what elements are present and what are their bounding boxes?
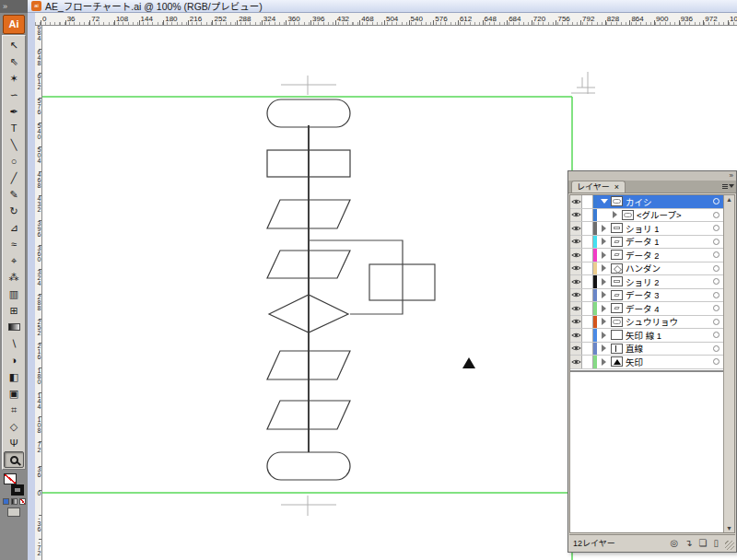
horizontal-ruler[interactable]: 0367210814418021625228832436039643246850… bbox=[35, 13, 737, 26]
flowchart-end-terminator[interactable] bbox=[267, 452, 350, 480]
dock-collapse-button[interactable]: » bbox=[0, 0, 28, 13]
lock-toggle[interactable] bbox=[582, 222, 593, 235]
layer-row[interactable]: <グループ> bbox=[570, 209, 723, 223]
lock-toggle[interactable] bbox=[582, 316, 593, 329]
scroll-up-icon[interactable]: ▲ bbox=[726, 196, 732, 203]
flowchart-loop-line[interactable] bbox=[309, 240, 403, 314]
direct-selection-tool[interactable]: ⇖ bbox=[4, 53, 24, 70]
pen-tool[interactable]: ✒ bbox=[4, 103, 24, 120]
layer-row[interactable]: ショリ 1 bbox=[570, 222, 723, 236]
target-circle[interactable] bbox=[713, 345, 719, 352]
lock-toggle[interactable] bbox=[582, 343, 593, 356]
resize-grip[interactable] bbox=[725, 541, 734, 550]
layer-name[interactable]: データ 3 bbox=[626, 288, 659, 301]
hand-tool[interactable]: Ψ bbox=[4, 435, 24, 451]
target-circle[interactable] bbox=[713, 292, 719, 298]
graph-tool[interactable]: ▥ bbox=[4, 286, 24, 302]
target-circle[interactable] bbox=[713, 305, 719, 311]
layer-thumbnail[interactable] bbox=[622, 210, 634, 220]
expand-triangle[interactable] bbox=[600, 278, 608, 286]
expand-triangle[interactable] bbox=[600, 318, 608, 325]
layer-thumbnail[interactable] bbox=[611, 356, 623, 367]
blend-tool[interactable]: ◑ bbox=[4, 352, 24, 368]
visibility-toggle[interactable] bbox=[570, 329, 582, 342]
layer-thumbnail[interactable] bbox=[611, 250, 623, 260]
gradient-tool[interactable]: ▤ bbox=[4, 319, 24, 335]
mesh-tool[interactable]: ⊞ bbox=[4, 302, 24, 319]
visibility-toggle[interactable] bbox=[570, 195, 582, 208]
make-clipping-mask-button[interactable]: ◎ bbox=[670, 537, 678, 550]
pencil-tool[interactable]: ✎ bbox=[4, 186, 24, 203]
panel-menu-button[interactable] bbox=[722, 181, 734, 191]
layer-row[interactable]: データ 2 bbox=[570, 249, 723, 262]
layer-thumbnail[interactable] bbox=[611, 344, 623, 354]
rotate-tool[interactable]: ↻ bbox=[4, 203, 24, 219]
visibility-toggle[interactable] bbox=[570, 356, 582, 368]
visibility-toggle[interactable] bbox=[570, 302, 582, 315]
fill-swatch[interactable] bbox=[4, 473, 17, 484]
lasso-tool[interactable]: ∽ bbox=[4, 87, 24, 103]
expand-triangle[interactable] bbox=[611, 211, 619, 218]
vertical-ruler[interactable]: 6846486125765405044684323963603242882522… bbox=[35, 26, 42, 560]
visibility-toggle[interactable] bbox=[570, 209, 582, 222]
layer-name[interactable]: シュウリョウ bbox=[626, 315, 678, 328]
layer-thumbnail[interactable] bbox=[611, 290, 623, 300]
layer-row[interactable]: データ 3 bbox=[570, 289, 723, 303]
type-tool[interactable]: T bbox=[4, 120, 24, 136]
layer-name[interactable]: カイシ bbox=[626, 195, 652, 208]
layer-row[interactable]: 矢印 bbox=[570, 356, 723, 369]
paintbrush-tool[interactable]: ╱ bbox=[4, 169, 24, 186]
target-circle[interactable] bbox=[713, 212, 719, 218]
expand-triangle[interactable] bbox=[600, 225, 608, 232]
line-segment-tool[interactable]: ╲ bbox=[4, 136, 24, 153]
layer-name[interactable]: ショリ 1 bbox=[626, 222, 659, 235]
target-circle[interactable] bbox=[713, 278, 719, 285]
visibility-toggle[interactable] bbox=[570, 316, 582, 329]
selection-tool[interactable]: ↖ bbox=[4, 37, 24, 53]
lock-toggle[interactable] bbox=[582, 209, 593, 222]
target-circle[interactable] bbox=[713, 225, 719, 231]
visibility-toggle[interactable] bbox=[570, 262, 582, 275]
visibility-toggle[interactable] bbox=[570, 222, 582, 235]
magic-wand-tool[interactable]: ✶ bbox=[4, 70, 24, 87]
layer-thumbnail[interactable] bbox=[611, 223, 623, 233]
layer-thumbnail[interactable] bbox=[611, 317, 623, 327]
visibility-toggle[interactable] bbox=[570, 289, 582, 302]
layer-row[interactable]: 矢印 線 1 bbox=[570, 329, 723, 343]
layer-name[interactable]: 直線 bbox=[626, 342, 643, 355]
tab-close-icon[interactable]: × bbox=[614, 181, 619, 192]
live-paint-selection-tool[interactable]: ▣ bbox=[4, 385, 24, 402]
panel-collapse-button[interactable]: » bbox=[568, 171, 736, 181]
visibility-toggle[interactable] bbox=[570, 249, 582, 262]
target-circle[interactable] bbox=[713, 332, 719, 338]
layer-row[interactable]: データ 4 bbox=[570, 302, 723, 316]
layer-name[interactable]: ショリ 2 bbox=[626, 275, 659, 288]
warp-tool[interactable]: ≈ bbox=[4, 236, 24, 252]
new-layer-button[interactable]: ❏ bbox=[699, 537, 708, 550]
layer-thumbnail[interactable] bbox=[611, 276, 623, 286]
document-titlebar[interactable]: ai AE_フローチャート.ai @ 100% (RGB/プレビュー) bbox=[28, 0, 737, 13]
layer-thumbnail[interactable] bbox=[611, 237, 623, 247]
lock-toggle[interactable] bbox=[582, 356, 593, 368]
layer-name[interactable]: 矢印 bbox=[626, 356, 643, 368]
color-mode-button[interactable] bbox=[3, 498, 9, 505]
layer-thumbnail[interactable] bbox=[611, 303, 623, 313]
live-paint-bucket-tool[interactable]: ◧ bbox=[4, 368, 24, 385]
expand-triangle[interactable] bbox=[600, 251, 608, 259]
delete-layer-button[interactable]: ▯ bbox=[713, 537, 719, 550]
lock-toggle[interactable] bbox=[582, 329, 593, 342]
layer-thumbnail[interactable] bbox=[611, 196, 623, 206]
gradient-mode-button[interactable] bbox=[11, 498, 18, 505]
ellipse-tool[interactable]: ○ bbox=[4, 153, 24, 169]
layer-name[interactable]: 矢印 線 1 bbox=[626, 329, 661, 342]
expand-triangle[interactable] bbox=[600, 358, 608, 366]
target-circle[interactable] bbox=[713, 198, 719, 204]
visibility-toggle[interactable] bbox=[570, 343, 582, 356]
eyedropper-tool[interactable]: ∖ bbox=[4, 335, 24, 352]
expand-triangle[interactable] bbox=[600, 238, 608, 245]
scale-tool[interactable]: ⊿ bbox=[4, 219, 24, 236]
flowchart-start-terminator[interactable] bbox=[267, 99, 350, 127]
lock-toggle[interactable] bbox=[582, 236, 593, 249]
target-circle[interactable] bbox=[713, 239, 719, 245]
eraser-tool[interactable]: ◇ bbox=[4, 418, 24, 435]
